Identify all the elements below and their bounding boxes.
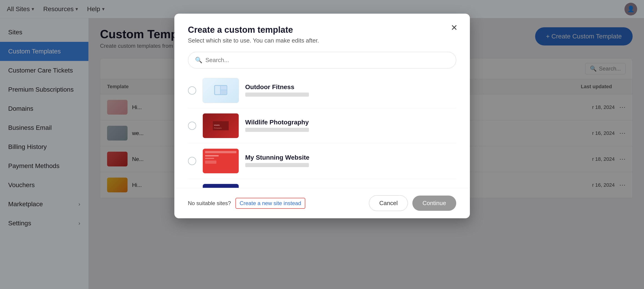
site-item-my-stunning-website[interactable]: My Stunning Website (188, 144, 456, 179)
site-url (245, 163, 309, 167)
modal-search-bar[interactable]: 🔍 (188, 52, 456, 68)
site-thumbnail-outdoor-fitness (202, 78, 239, 103)
search-input[interactable] (206, 56, 449, 64)
site-url (245, 128, 309, 132)
continue-button[interactable]: Continue (412, 196, 456, 211)
site-thumbnail-wildlife-photography: Wildlife Photography (202, 113, 239, 138)
modal-header: Create a custom template Select which si… (174, 14, 470, 50)
site-info-my-stunning-website: My Stunning Website (245, 154, 456, 168)
site-info-outdoor-fitness: Outdoor Fitness (245, 84, 456, 98)
no-suitable-text: No suitable sites? (188, 200, 231, 206)
site-list: Outdoor Fitness Wildlife Photography (174, 73, 470, 188)
site-name: My Stunning Website (245, 154, 456, 161)
modal-subtitle: Select which site to use. You can make e… (188, 37, 456, 44)
site-item-wildlife-photography[interactable]: Wildlife Photography Wildlife Photograph… (188, 108, 456, 144)
modal-overlay: Create a custom template Select which si… (0, 0, 644, 289)
site-thumbnail-my-stunning-website (202, 148, 239, 174)
svg-rect-3 (221, 90, 227, 94)
site-thumbnail-restaurant: PRO FOOTVOLLEY (202, 184, 239, 188)
svg-rect-1 (215, 86, 220, 94)
site-name: Outdoor Fitness (245, 84, 456, 91)
site-url (245, 92, 309, 97)
site-radio-outdoor-fitness[interactable] (188, 86, 196, 94)
close-button[interactable]: ✕ (451, 24, 458, 32)
search-icon: 🔍 (195, 56, 202, 64)
create-template-modal: Create a custom template Select which si… (174, 14, 470, 218)
site-item-outdoor-fitness[interactable]: Outdoor Fitness (188, 73, 456, 108)
site-radio-my-stunning-website[interactable] (188, 157, 196, 165)
modal-footer: No suitable sites? Create a new site ins… (174, 188, 470, 218)
site-radio-wildlife-photography[interactable] (188, 122, 196, 130)
svg-rect-2 (221, 86, 227, 90)
cancel-button[interactable]: Cancel (369, 195, 408, 211)
modal-title: Create a custom template (188, 25, 456, 35)
site-name: Wildlife Photography (245, 119, 456, 126)
create-new-site-link[interactable]: Create a new site instead (236, 198, 305, 209)
site-info-wildlife-photography: Wildlife Photography (245, 119, 456, 133)
site-item-restaurant[interactable]: PRO FOOTVOLLEY Restaurant (188, 179, 456, 188)
svg-text:Wildlife: Wildlife (214, 124, 220, 126)
svg-text:Photography: Photography (214, 127, 222, 129)
